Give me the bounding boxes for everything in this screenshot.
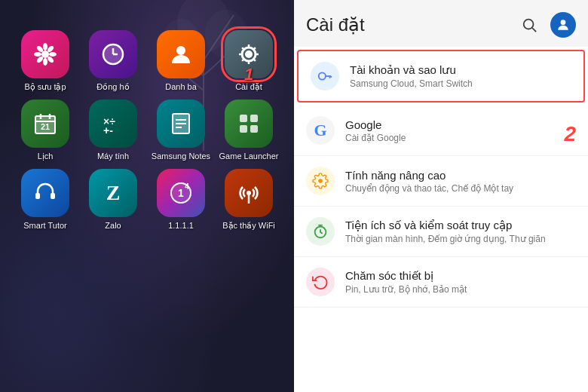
svg-rect-34 (51, 193, 55, 199)
settings-header: Cài đặt (294, 0, 588, 44)
svg-text:1: 1 (178, 187, 184, 199)
app-item[interactable]: Đồng hồ (83, 30, 143, 92)
settings-item-content: Chăm sóc thiết bịPin, Lưu trữ, Bộ nhớ, B… (345, 269, 576, 295)
app-item[interactable]: ZZalo (83, 169, 143, 231)
app-item[interactable]: Bộ sưu tập (15, 30, 75, 92)
settings-item-icon (306, 268, 335, 296)
app-item[interactable]: 21 Lịch (15, 100, 75, 161)
settings-item-icon (306, 217, 335, 246)
settings-item[interactable]: Tài khoản và sao lưuSamsung Cloud, Smart… (297, 50, 585, 103)
app-icon (225, 169, 273, 217)
app-label: Smart Tutor (23, 221, 66, 231)
svg-point-40 (524, 20, 534, 29)
app-item[interactable]: Smart Tutor (15, 169, 75, 231)
home-screen: Bộ sưu tập Đồng hồ Danh ba 1Cài đặt 21 L… (0, 0, 294, 392)
step-2-label: 2 (564, 122, 576, 146)
app-item[interactable]: ×÷ +- Máy tính (83, 100, 143, 161)
step-1-label: 1 (244, 65, 253, 84)
settings-item-subtitle: Thời gian màn hình, Đếm giờ ứng dụng, Th… (345, 234, 576, 244)
app-icon (157, 100, 205, 148)
app-item[interactable]: Samsung Notes (151, 100, 211, 161)
svg-line-41 (532, 28, 536, 32)
app-label: Đồng hồ (96, 82, 129, 92)
app-label: Danh ba (165, 82, 197, 92)
app-label: Lịch (38, 152, 54, 161)
app-icon: Z (89, 169, 137, 217)
svg-rect-32 (250, 125, 258, 133)
svg-point-15 (176, 46, 185, 55)
settings-item-title: Tiện ích số và kiểm soát truy cập (345, 219, 576, 232)
header-actions (517, 12, 576, 38)
settings-item-icon: G (306, 116, 335, 145)
settings-item-content: Tài khoản và sao lưuSamsung Cloud, Smart… (350, 63, 571, 89)
svg-rect-33 (35, 193, 40, 199)
svg-point-43 (319, 72, 326, 79)
svg-point-7 (49, 52, 57, 57)
settings-item-subtitle: Pin, Lưu trữ, Bộ nhớ, Bảo mật (345, 284, 576, 295)
settings-title: Cài đặt (306, 14, 365, 35)
settings-item-icon (306, 167, 335, 195)
svg-point-42 (561, 20, 566, 25)
svg-rect-31 (240, 125, 247, 133)
app-label: Samsung Notes (152, 152, 210, 161)
settings-item[interactable]: GGoogleCài đặt Google2 (294, 106, 588, 156)
settings-item-subtitle: Samsung Cloud, Smart Switch (350, 78, 571, 89)
svg-point-5 (43, 58, 47, 66)
app-icon: 1 4 (157, 169, 205, 217)
settings-list: Tài khoản và sao lưuSamsung Cloud, Smart… (294, 47, 588, 392)
app-icon: 1 (225, 30, 273, 78)
svg-text:4: 4 (185, 182, 189, 191)
settings-item-icon (311, 62, 339, 90)
app-item[interactable]: 1Cài đặt (219, 30, 279, 92)
app-item[interactable]: Game Launcher (219, 100, 279, 161)
app-icon (225, 100, 273, 148)
svg-text:+-: +- (103, 124, 113, 136)
account-avatar[interactable] (550, 12, 576, 38)
settings-item-content: GoogleCài đặt Google (345, 118, 576, 143)
app-icon (89, 30, 137, 78)
app-item[interactable]: Danh ba (151, 30, 211, 92)
app-icon: ×÷ +- (89, 100, 137, 148)
svg-rect-29 (240, 115, 247, 122)
settings-item-content: Tiện ích số và kiểm soát truy cậpThời gi… (345, 219, 576, 244)
svg-point-16 (245, 51, 253, 58)
settings-item-title: Chăm sóc thiết bị (345, 269, 576, 283)
app-label: Game Launcher (219, 152, 279, 161)
app-item[interactable]: Bặc thầy WiFi (219, 169, 279, 231)
svg-rect-30 (250, 115, 258, 122)
settings-item[interactable]: Chăm sóc thiết bịPin, Lưu trữ, Bộ nhớ, B… (294, 257, 588, 308)
settings-item-title: Tính năng nâng cao (345, 169, 576, 182)
settings-item-subtitle: Cài đặt Google (345, 133, 576, 143)
app-label: Máy tính (97, 152, 129, 161)
settings-panel: Cài đặt Tài khoản và sao lưuSamsung Clou… (294, 0, 588, 392)
svg-text:21: 21 (41, 122, 50, 131)
search-icon[interactable] (517, 13, 541, 37)
app-label: 1.1.1.1 (168, 221, 194, 231)
settings-item[interactable]: Tính năng nâng caoChuyển động và thao tá… (294, 156, 588, 207)
app-icon (21, 30, 69, 78)
settings-item-content: Tính năng nâng caoChuyển động và thao tá… (345, 169, 576, 194)
app-label: Zalo (105, 221, 121, 231)
app-icon (157, 30, 205, 78)
app-item[interactable]: 1 4 1.1.1.1 (151, 169, 211, 231)
app-icon: 21 (21, 100, 69, 148)
settings-item-title: Tài khoản và sao lưu (350, 63, 571, 77)
svg-point-6 (34, 52, 41, 57)
app-label: Bộ sưu tập (24, 82, 66, 92)
apps-grid: Bộ sưu tập Đồng hồ Danh ba 1Cài đặt 21 L… (0, 0, 294, 247)
settings-item-title: Google (345, 118, 576, 131)
settings-item-subtitle: Chuyển động và thao tác, Chế độ Một tay (345, 183, 576, 194)
app-icon (21, 169, 69, 217)
app-label: Bặc thầy WiFi (222, 221, 275, 231)
svg-point-4 (43, 43, 47, 51)
settings-item[interactable]: Tiện ích số và kiểm soát truy cậpThời gi… (294, 207, 588, 257)
